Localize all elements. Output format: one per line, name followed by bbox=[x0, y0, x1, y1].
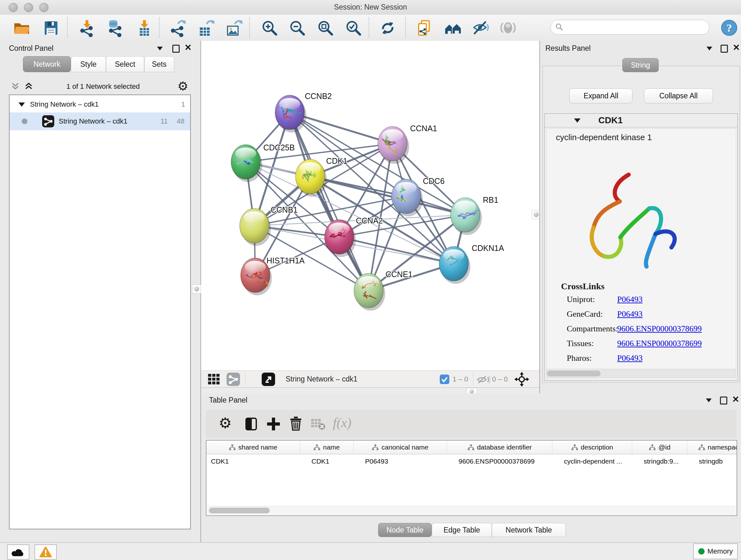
open-session-button[interactable] bbox=[13, 19, 30, 37]
node-CDKN1A[interactable] bbox=[439, 246, 470, 284]
results-panel-close-icon[interactable]: ✕ bbox=[733, 44, 740, 51]
memory-button[interactable]: Memory bbox=[693, 543, 738, 559]
tab-sets[interactable]: Sets bbox=[144, 56, 174, 72]
node-CCNA2[interactable] bbox=[325, 220, 356, 257]
search-input[interactable] bbox=[563, 23, 699, 32]
tab-select[interactable]: Select bbox=[106, 56, 144, 72]
crosslink-link-compartments[interactable]: 9606.ENSP00000378699 bbox=[617, 324, 702, 333]
table-cell[interactable]: stringdb bbox=[699, 454, 737, 469]
collection-expand-icon[interactable] bbox=[18, 103, 25, 107]
results-panel-menu-icon[interactable] bbox=[706, 47, 712, 51]
column-header-name[interactable]: name bbox=[300, 441, 354, 454]
column-header-description[interactable]: description bbox=[552, 441, 632, 454]
zoom-selected-button[interactable] bbox=[345, 19, 362, 37]
view-network-title: String Network – cdk1 bbox=[286, 375, 357, 383]
node-RB1[interactable] bbox=[451, 198, 482, 235]
toolbar-separator bbox=[67, 17, 68, 38]
tab-node-table[interactable]: Node Table bbox=[378, 523, 432, 537]
import-network-from-file-button[interactable] bbox=[78, 19, 96, 37]
crosslink-row: GeneCard:P06493 bbox=[567, 309, 733, 324]
save-session-button[interactable] bbox=[42, 19, 60, 37]
open-in-window-icon[interactable] bbox=[262, 373, 275, 386]
select-first-neighbors-button[interactable] bbox=[444, 19, 462, 37]
tab-string[interactable]: String bbox=[622, 58, 659, 72]
network-collection-row[interactable]: String Network – cdk1 1 bbox=[10, 97, 190, 112]
node-CCNA1[interactable] bbox=[378, 126, 409, 164]
tab-network-table[interactable]: Network Table bbox=[492, 523, 566, 537]
node-CDK1[interactable] bbox=[295, 159, 327, 197]
expand-all-icon[interactable] bbox=[24, 82, 33, 91]
table-panel-title: Table Panel bbox=[209, 396, 247, 405]
import-table-from-file-button[interactable] bbox=[135, 19, 153, 37]
node-label-CDC25B: CDC25B bbox=[263, 143, 295, 152]
table-panel-float-icon[interactable] bbox=[720, 396, 727, 405]
table-cell[interactable]: 9606.ENSP00000378699 bbox=[459, 454, 551, 469]
control-panel-menu-icon[interactable] bbox=[157, 47, 163, 51]
results-scrollbar-thumb[interactable] bbox=[547, 371, 601, 376]
network-node-count: 11 bbox=[160, 117, 168, 125]
left-splitter-grip[interactable] bbox=[192, 285, 201, 294]
crosslink-link-genecard[interactable]: P06493 bbox=[617, 309, 643, 319]
cloud-button[interactable] bbox=[7, 544, 29, 560]
table-hscrollbar-track[interactable] bbox=[207, 506, 736, 515]
results-panel-float-icon[interactable] bbox=[721, 45, 728, 53]
crosslink-link-tissues[interactable]: 9606.ENSP00000378699 bbox=[617, 339, 702, 348]
zoom-in-button[interactable] bbox=[261, 19, 279, 37]
node-CCNB2[interactable] bbox=[275, 95, 307, 132]
warnings-button[interactable] bbox=[35, 544, 57, 560]
tab-edge-table[interactable]: Edge Table bbox=[432, 523, 492, 537]
column-header-shared-name[interactable]: shared name bbox=[206, 441, 300, 454]
show-columns-icon[interactable] bbox=[244, 416, 259, 432]
control-panel-float-icon[interactable] bbox=[172, 45, 180, 53]
tab-style[interactable]: Style bbox=[71, 56, 106, 72]
tab-network[interactable]: Network bbox=[23, 56, 71, 72]
crosslink-link-uniprot[interactable]: P06493 bbox=[617, 295, 643, 304]
table-hscrollbar-thumb[interactable] bbox=[209, 508, 270, 513]
apply-preferred-layout-button[interactable] bbox=[379, 19, 397, 37]
column-header-database-identifier[interactable]: database identifier bbox=[447, 441, 552, 454]
table-panel-close-icon[interactable]: ✕ bbox=[732, 396, 739, 403]
zoom-fit-content-button[interactable] bbox=[317, 19, 334, 37]
export-table-button[interactable] bbox=[197, 19, 215, 37]
selected-checkbox-icon[interactable] bbox=[440, 374, 449, 384]
table-cell[interactable]: CDK1 bbox=[312, 454, 352, 469]
create-column-icon[interactable] bbox=[266, 416, 281, 432]
edge-CCNA2-CDKN1A[interactable] bbox=[339, 237, 454, 264]
show-all-button[interactable] bbox=[499, 19, 517, 37]
column-header-canonical-name[interactable]: canonical name bbox=[354, 441, 447, 454]
node-section-header[interactable]: CDK1 bbox=[545, 114, 738, 127]
section-collapse-icon[interactable] bbox=[574, 118, 581, 123]
collapse-all-icon[interactable] bbox=[11, 82, 20, 91]
search-icon bbox=[555, 23, 563, 31]
table-cell[interactable]: CDK1 bbox=[211, 454, 292, 469]
control-panel-close-icon[interactable]: ✕ bbox=[185, 44, 192, 51]
table-panel-menu-icon[interactable] bbox=[706, 398, 712, 402]
export-image-button[interactable] bbox=[225, 19, 243, 37]
column-header-namespac[interactable]: namespac bbox=[687, 441, 737, 454]
table-cell[interactable]: P06493 bbox=[365, 454, 446, 469]
help-button[interactable]: ? bbox=[721, 19, 738, 37]
table-options-gear-icon[interactable]: ⚙ bbox=[219, 415, 232, 432]
table-panel: Table Panel ✕ ⚙ f(x) shared namenamecano… bbox=[201, 393, 741, 542]
node-CCNE1[interactable] bbox=[354, 273, 385, 311]
network-options-gear-icon[interactable]: ⚙ bbox=[178, 79, 188, 93]
collapse-all-button[interactable]: Collapse All bbox=[644, 88, 713, 104]
new-network-from-selection-button[interactable] bbox=[415, 19, 433, 37]
expand-all-button[interactable]: Expand All bbox=[569, 88, 632, 104]
table-cell[interactable]: cyclin-dependent ... bbox=[564, 454, 631, 469]
network-row-selected[interactable]: String Network – cdk1 11 48 bbox=[10, 112, 190, 130]
import-network-from-database-button[interactable] bbox=[107, 19, 125, 37]
network-canvas[interactable]: CCNB2CCNA1CDC25BCDK1CDC6RB1CCNB1CCNA2CDK… bbox=[201, 41, 539, 370]
node-CDC25B[interactable] bbox=[231, 145, 262, 182]
delete-column-trash-icon[interactable] bbox=[288, 416, 304, 431]
birds-eye-view-icon[interactable] bbox=[208, 374, 221, 385]
fit-selected-crosshair-icon[interactable] bbox=[515, 372, 529, 387]
table-cell[interactable]: stringdb:9... bbox=[644, 454, 686, 469]
string-view-icon[interactable] bbox=[226, 373, 240, 386]
crosslink-link-pharos[interactable]: P06493 bbox=[617, 354, 643, 363]
results-scrollbar-track[interactable] bbox=[546, 370, 736, 378]
export-network-button[interactable] bbox=[169, 19, 186, 37]
zoom-out-button[interactable] bbox=[288, 19, 307, 37]
column-header--id[interactable]: @id bbox=[632, 441, 687, 454]
hide-selected-button[interactable] bbox=[472, 19, 489, 37]
